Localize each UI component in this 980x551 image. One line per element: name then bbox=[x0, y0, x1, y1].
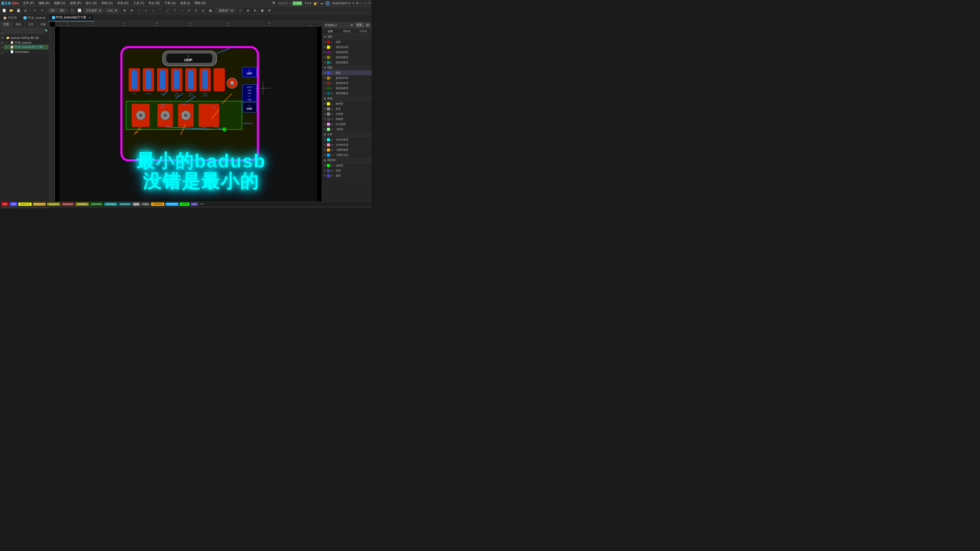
layer-chip-pad-air[interactable]: 引脚空宝层 bbox=[165, 203, 179, 206]
sidebar-tab-network[interactable]: 网络 bbox=[13, 21, 25, 27]
cloud-icon[interactable]: ☁ bbox=[320, 2, 323, 5]
menu-tools[interactable]: 工具 (T) bbox=[131, 0, 146, 6]
layer-chip-top-paste[interactable]: 顶层锡膏层 bbox=[76, 203, 89, 206]
filter-tab-fine[interactable]: 精细层 bbox=[339, 29, 355, 34]
tab-pcb-resized[interactable]: PCB_badusb改尺寸图 ✕ bbox=[49, 14, 94, 21]
menu-help[interactable]: 帮助 (H) bbox=[192, 0, 208, 6]
layer-chip-bot-fab[interactable]: 底层装配层 bbox=[118, 203, 132, 206]
layer-chip-bot-silk[interactable]: 底层丝印层 bbox=[33, 203, 46, 206]
tool-2[interactable]: ⬜ bbox=[76, 8, 83, 13]
sidebar-search-input[interactable] bbox=[1, 29, 44, 33]
more-tools-1[interactable]: ⬡ bbox=[238, 8, 244, 13]
layer-chip-top[interactable]: 顶层 bbox=[1, 202, 9, 206]
status-tab-log[interactable]: 日志 bbox=[13, 208, 24, 208]
layer-row-12[interactable]: 👁 12 多层 bbox=[322, 106, 372, 111]
eye-icon-4[interactable]: 👁 bbox=[323, 77, 326, 79]
tree-pcb-active[interactable]: ▷ 📋 PCB_badusb改尺寸图 bbox=[1, 44, 48, 49]
layer-chip-pad-solder[interactable]: 引脚焊接层 bbox=[151, 203, 164, 206]
mini-btn-3[interactable]: ◈ bbox=[1, 41, 3, 44]
print-button[interactable]: 🖨 bbox=[22, 8, 29, 13]
eye-icon-7[interactable]: 👁 bbox=[323, 56, 326, 59]
layer-preset-select[interactable]: 常用(默认) bbox=[323, 23, 354, 27]
menu-file[interactable]: 文件 (F) bbox=[21, 0, 36, 6]
menu-layout[interactable]: 布局 (O) bbox=[115, 0, 130, 6]
search-icon[interactable]: 🔍 bbox=[272, 2, 276, 5]
section-top-layer[interactable]: ▼ 顶层 bbox=[322, 34, 372, 40]
tab-close-icon[interactable]: ✕ bbox=[88, 16, 91, 19]
more-tools-3[interactable]: ⊛ bbox=[252, 8, 258, 13]
layer-row-1[interactable]: 👁 1 顶层 bbox=[322, 40, 372, 44]
eye-icon-10[interactable]: 👁 bbox=[323, 92, 326, 95]
eye-icon-55[interactable]: 👁 bbox=[323, 175, 326, 177]
eye-icon-51[interactable]: 👁 bbox=[323, 154, 326, 156]
mini-btn-4[interactable]: ≡ bbox=[1, 46, 3, 49]
pcb-canvas[interactable]: 1 UDP UDP U1.9 U1.10 U1.11 bbox=[55, 27, 322, 202]
eye-icon-5[interactable]: 👁 bbox=[323, 51, 326, 54]
save-button[interactable]: 💾 bbox=[15, 8, 21, 13]
line-button[interactable]: ╱ bbox=[164, 8, 170, 13]
layer-chip-3d-out[interactable]: 3D外 bbox=[190, 203, 198, 206]
canvas-area[interactable]: 4 6 8 10 11 12 13 bbox=[50, 21, 322, 202]
layer-row-48[interactable]: 👁 48 元件外形层 bbox=[322, 137, 372, 142]
section-3d[interactable]: ▼ 3D外表 bbox=[322, 158, 372, 163]
user-menu-arrow[interactable]: ▾ bbox=[352, 2, 354, 5]
menu-settings[interactable]: 设置 (I) bbox=[178, 0, 192, 6]
redo-button[interactable]: ↪ bbox=[39, 8, 45, 13]
eye-icon-8[interactable]: 👁 bbox=[323, 87, 326, 89]
layer-chip-top-silk[interactable]: 顶层丝印层 bbox=[18, 203, 32, 206]
eye-icon-9[interactable]: 👁 bbox=[323, 61, 326, 64]
layer-row-11[interactable]: 👁 11 板框层 bbox=[322, 101, 372, 106]
reset-button[interactable]: 重置 bbox=[355, 22, 364, 27]
grid-button[interactable]: ⊕ bbox=[129, 8, 135, 13]
layer-row-6[interactable]: 👁 6 底层阻焊层 bbox=[322, 81, 372, 86]
copy-button[interactable]: ⎘ bbox=[193, 8, 199, 13]
open-file-button[interactable]: 📂 bbox=[8, 8, 14, 13]
eye-icon-48[interactable]: 👁 bbox=[323, 138, 326, 141]
layer-chip-bottom[interactable]: 底层 bbox=[10, 202, 18, 206]
layer-row-7[interactable]: 👁 7 顶层锡膏层 bbox=[322, 55, 372, 60]
menu-route[interactable]: 布线 (U) bbox=[99, 0, 115, 6]
layer-row-5[interactable]: 👁 5 顶层阻焊层 bbox=[322, 50, 372, 55]
filter-tab-all[interactable]: 全部 bbox=[322, 29, 339, 34]
eye-icon-3[interactable]: 👁 bbox=[323, 46, 326, 48]
layer-row-50[interactable]: 👁 50 引脚焊接层 bbox=[322, 148, 372, 152]
section-bottom-layer[interactable]: ▼ 底层 bbox=[322, 65, 372, 70]
sidebar-tab-component[interactable]: 元件 bbox=[25, 21, 37, 27]
layer-row-9[interactable]: 👁 9 顶层装配层 bbox=[322, 60, 372, 65]
eye-icon-53[interactable]: 👁 bbox=[323, 164, 326, 167]
layer-row-57[interactable]: 👁 57 飞线层 bbox=[322, 127, 372, 132]
mini-btn-2[interactable]: ⊕ bbox=[1, 37, 3, 39]
menu-place[interactable]: 放置 (P) bbox=[68, 0, 83, 6]
section-other[interactable]: ▼ 其他 bbox=[322, 96, 372, 101]
layer-chip-mech[interactable]: 机械层 bbox=[141, 203, 150, 206]
eye-icon-14[interactable]: 👁 bbox=[323, 118, 326, 121]
layer-row-51[interactable]: 👁 51 引脚空宝层 bbox=[322, 152, 372, 158]
window-settings-icon[interactable]: ⚙ bbox=[356, 2, 359, 5]
menu-edit[interactable]: 编辑 (E) bbox=[37, 0, 52, 6]
minimize-button[interactable]: ─ bbox=[361, 2, 363, 5]
notification-icon[interactable]: 🔔0 bbox=[313, 1, 318, 5]
layer-row-55[interactable]: 👁 55 底层 bbox=[322, 173, 372, 178]
snap-button[interactable]: ⊞ bbox=[121, 8, 127, 13]
eye-icon-1[interactable]: 👁 bbox=[323, 41, 326, 43]
wire-button[interactable]: ◇ bbox=[143, 8, 149, 13]
sidebar-tab-object[interactable]: 对象 bbox=[37, 21, 50, 27]
eye-icon-11[interactable]: 👁 bbox=[323, 103, 326, 105]
layer-row-3[interactable]: 👁 3 顶层丝印层 bbox=[322, 44, 372, 50]
more-tools-2[interactable]: ◈ bbox=[245, 8, 251, 13]
maximize-button[interactable]: □ bbox=[364, 2, 366, 5]
layer-chip-top-fab[interactable]: 顶层装配层 bbox=[104, 203, 118, 206]
eye-icon-6[interactable]: 👁 bbox=[323, 82, 326, 84]
route-button[interactable]: ⌐ bbox=[150, 8, 156, 13]
eye-icon-50[interactable]: 👁 bbox=[323, 149, 326, 151]
view-2d-button[interactable]: 2D bbox=[48, 8, 57, 13]
search-icon[interactable]: 🔍 bbox=[45, 29, 48, 33]
menu-export[interactable]: 导出 (R) bbox=[146, 0, 162, 6]
eye-icon-49[interactable]: 👁 bbox=[323, 144, 326, 146]
layer-row-54[interactable]: 👁 54 顶层 bbox=[322, 168, 372, 173]
fill-button[interactable]: ▦ bbox=[207, 8, 213, 13]
eye-icon-54[interactable]: 👁 bbox=[323, 169, 326, 172]
more-tools-5[interactable]: ⚙ bbox=[266, 8, 272, 13]
tab-pcb[interactable]: PCB_badusb bbox=[21, 14, 49, 21]
mode-select[interactable]: 正常差异 bbox=[83, 8, 102, 13]
